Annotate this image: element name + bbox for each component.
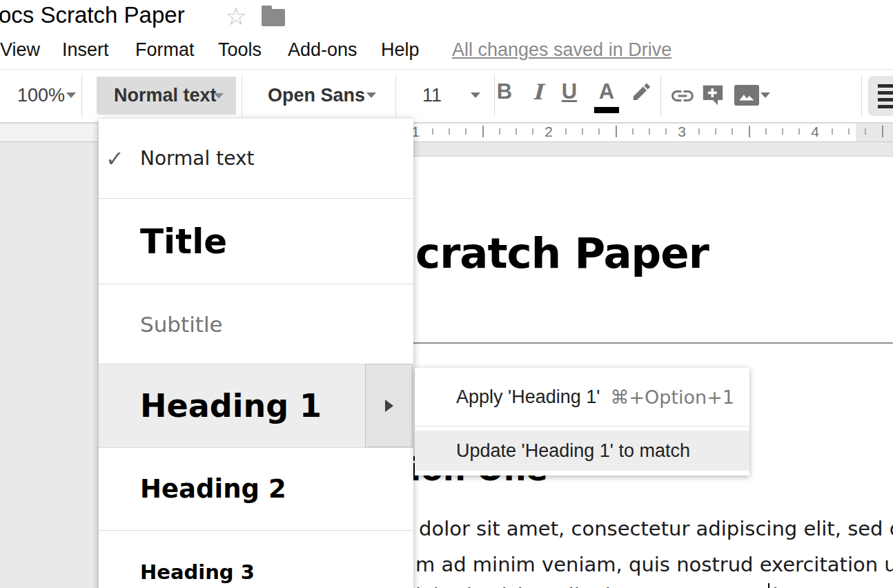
style-option-label: Normal text — [140, 147, 254, 170]
italic-icon[interactable]: I — [525, 79, 550, 104]
checkmark-icon: ✓ — [106, 146, 124, 172]
submenu-item-apply[interactable]: Apply 'Heading 1' ⌘+Option+1 — [415, 368, 749, 427]
ruler-tick — [732, 128, 733, 135]
zoom-select[interactable]: 100% — [17, 85, 65, 106]
submenu-item-label: Update 'Heading 1' to match — [456, 440, 690, 462]
menu-view[interactable]: View — [0, 39, 40, 61]
ruler-tick — [865, 128, 866, 135]
ruler-number: 4 — [811, 124, 819, 140]
font-select[interactable]: Open Sans — [268, 85, 365, 106]
star-icon[interactable]: ☆ — [225, 4, 247, 29]
style-option-label: Heading 3 — [140, 560, 255, 584]
heading-1-submenu-button[interactable] — [365, 364, 413, 447]
text-cursor — [768, 583, 769, 588]
align-icon — [878, 105, 893, 108]
style-option-heading-2[interactable]: Heading 2 — [99, 448, 413, 531]
ruler-tick — [782, 128, 783, 135]
font-size-select[interactable]: 11 — [418, 85, 446, 106]
style-option-label: Subtitle — [140, 312, 223, 337]
style-select[interactable]: Normal text — [97, 77, 236, 115]
ruler-tick — [582, 128, 583, 135]
style-option-title[interactable]: Title — [99, 199, 413, 284]
ruler-tick — [798, 128, 800, 135]
style-option-label: Title — [140, 222, 227, 262]
ruler-tick — [882, 126, 883, 137]
ruler-number: 3 — [678, 124, 686, 140]
toolbar-divider — [242, 75, 242, 117]
document-title[interactable]: ocs Scratch Paper — [0, 2, 185, 28]
ruler-tick — [565, 128, 567, 135]
align-icon — [878, 84, 893, 88]
google-docs-window: ocs Scratch Paper ☆ View Insert Format T… — [0, 0, 893, 588]
style-option-subtitle[interactable]: Subtitle — [99, 284, 413, 364]
heading-1-submenu: Apply 'Heading 1' ⌘+Option+1 Update 'Hea… — [415, 368, 749, 476]
submenu-item-label: Apply 'Heading 1' — [456, 386, 600, 408]
ruler-tick — [482, 126, 484, 137]
ruler-tick — [715, 128, 716, 135]
ruler-tick — [832, 128, 833, 135]
ruler-tick — [749, 126, 750, 137]
toolbar-divider — [395, 75, 396, 117]
ruler-tick — [665, 128, 667, 135]
document-heading-title[interactable]: cratch Paper — [415, 228, 709, 277]
ruler-tick — [516, 128, 517, 135]
underline-icon[interactable]: U — [557, 79, 582, 104]
ruler-margin-right — [856, 122, 893, 141]
menu-insert[interactable]: Insert — [62, 39, 109, 61]
bold-icon[interactable]: B — [492, 79, 517, 104]
toolbar: 100% Normal text Open Sans 11 B I U A — [0, 70, 893, 124]
ruler-tick — [632, 128, 634, 135]
size-dropdown-caret[interactable] — [471, 92, 480, 98]
ruler-tick — [765, 128, 767, 135]
zoom-dropdown-caret[interactable] — [66, 92, 76, 98]
image-dropdown-caret[interactable] — [760, 92, 770, 98]
toolbar-divider — [660, 75, 661, 117]
align-button[interactable] — [868, 76, 893, 116]
keyboard-shortcut: ⌘+Option+1 — [610, 386, 734, 408]
style-select-label: Normal text — [114, 85, 217, 106]
menu-format[interactable]: Format — [135, 39, 195, 61]
style-dropdown-caret — [214, 93, 224, 99]
ruler-tick — [616, 126, 617, 137]
align-icon — [878, 91, 893, 95]
text-color-icon[interactable]: A — [594, 79, 619, 104]
style-option-heading-3[interactable]: Heading 3 — [99, 531, 413, 588]
style-option-label: Heading 2 — [140, 474, 286, 504]
body-text-line[interactable]: dolor sit amet, consectetur adipiscing e… — [419, 517, 893, 540]
menu-tools[interactable]: Tools — [218, 39, 262, 61]
style-option-heading-1[interactable]: Heading 1 — [99, 364, 413, 448]
body-text-line[interactable]: laboris nisi ut aliquip ex ea commodo co… — [415, 584, 893, 588]
menu-help[interactable]: Help — [381, 39, 420, 61]
ruler-tick — [598, 128, 600, 135]
folder-icon[interactable] — [262, 9, 285, 26]
image-icon[interactable] — [734, 84, 759, 107]
ruler-tick — [465, 128, 467, 135]
font-dropdown-caret[interactable] — [366, 92, 376, 98]
ruler-number: 2 — [544, 124, 553, 140]
text-color-swatch — [594, 107, 619, 113]
comment-icon[interactable] — [701, 84, 725, 107]
ruler-margin-left — [0, 122, 99, 141]
save-status-link[interactable]: All changes saved in Drive — [452, 39, 671, 61]
align-icon — [878, 98, 893, 101]
link-icon[interactable] — [669, 83, 696, 109]
style-option-label: Heading 1 — [140, 387, 322, 424]
ruler-tick — [848, 128, 850, 135]
ruler-tick — [649, 128, 650, 135]
ruler-tick — [449, 128, 450, 135]
style-option-normal-text[interactable]: ✓ Normal text — [99, 119, 413, 199]
body-text-line[interactable]: m ad minim veniam, quis nostrud exercita… — [415, 553, 893, 576]
styles-dropdown-menu: ✓ Normal text Title Subtitle Heading 1 H… — [99, 119, 413, 588]
ruler-tick — [532, 128, 533, 135]
ruler-tick — [499, 128, 500, 135]
paint-format-icon[interactable] — [629, 84, 653, 107]
ruler-tick — [698, 128, 700, 135]
submenu-item-update[interactable]: Update 'Heading 1' to match — [415, 431, 749, 471]
toolbar-divider — [81, 75, 82, 117]
toolbar-divider — [861, 75, 862, 117]
ruler-tick — [432, 128, 433, 135]
submenu-arrow-icon — [385, 400, 393, 412]
menu-addons[interactable]: Add-ons — [288, 39, 357, 61]
